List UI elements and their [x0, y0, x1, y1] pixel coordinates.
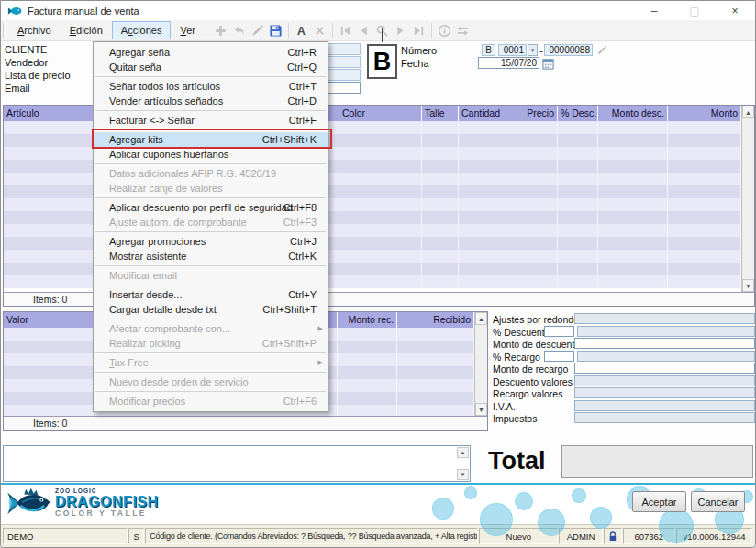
renumber-icon[interactable]: [595, 44, 608, 57]
menu-item-shortcut: Ctrl+R: [288, 47, 317, 58]
swap-icon[interactable]: [454, 22, 472, 39]
scroll-up-icon[interactable]: ▲: [475, 312, 487, 325]
menu-item-label: Agregar promociones: [109, 236, 206, 247]
impuestos-field: [574, 412, 755, 423]
menu-item-realizar-picking: Realizar pickingCtrl+Shift+P: [94, 336, 328, 351]
menu-separator: [95, 319, 326, 319]
menu-item-mostrar-asistente[interactable]: Mostrar asistenteCtrl+K: [94, 249, 328, 263]
grid1-header-monto-desc[interactable]: Monto desc.: [598, 106, 668, 121]
total-label: Total: [488, 447, 546, 475]
menu-item-realizar-canje-de-valores: Realizar canje de valores: [94, 181, 328, 196]
bold-a-icon[interactable]: A: [293, 22, 310, 39]
prev-record-icon[interactable]: [355, 22, 372, 39]
menu-item-senar-todos-los-articulos[interactable]: Señar todos los artículosCtrl+T: [94, 79, 328, 94]
menu-item-vender-articulos-senados[interactable]: Vender artículos señadosCtrl+D: [94, 94, 328, 108]
scroll-down-icon[interactable]: ▼: [457, 469, 469, 480]
numero-pos-field[interactable]: 0001: [498, 44, 527, 56]
menu-acciones[interactable]: Acciones: [112, 21, 172, 39]
menu-item-aplicar-cupones-huerfanos[interactable]: Aplicar cupones huérfanos: [94, 147, 328, 162]
menu-item-agregar-promociones[interactable]: Agregar promocionesCtrl+J: [94, 234, 328, 249]
menu-item-shortcut: Ctrl+K: [288, 251, 317, 262]
maximize-button[interactable]: ▢: [674, 1, 715, 20]
menu-item-shortcut: Ctrl+Shift+P: [262, 338, 317, 349]
scroll-down-icon[interactable]: ▼: [475, 403, 487, 416]
menu-separator: [95, 391, 326, 392]
monto-de-descuento-field[interactable]: [574, 338, 755, 349]
grid2-header-monto-rec[interactable]: Monto rec.: [338, 312, 397, 328]
label-vendedor: Vendedor: [5, 57, 48, 69]
calendar-icon[interactable]: [541, 57, 554, 70]
menu-separator: [95, 372, 326, 373]
menu-item-cargar-detalle-desde-txt[interactable]: Cargar detalle desde txtCtrl+Shift+T: [94, 302, 328, 317]
submenu-arrow-icon: ▶: [318, 325, 323, 332]
edit-icon[interactable]: [249, 22, 266, 39]
descuento-field[interactable]: [577, 326, 755, 337]
grid-footer: Items: 0: [4, 416, 487, 430]
menu-item-tax-free: Tax Free▶: [94, 355, 328, 370]
menu-item-label: Mostrar asistente: [109, 251, 186, 262]
grid1-header-cantidad[interactable]: Cantidad: [459, 106, 506, 121]
grid1-header-desc[interactable]: % Desc.: [558, 106, 598, 121]
next-record-icon[interactable]: [392, 22, 409, 39]
grid2-header-recibido[interactable]: Recibido: [397, 312, 474, 328]
menu-item-aplicar-descuento-por-perfil-de-seguridad[interactable]: Aplicar descuento por perfil de segurida…: [94, 200, 328, 215]
descuento-valores-field: [574, 375, 755, 386]
menu-edicion[interactable]: Edición: [61, 21, 112, 39]
menu-item-label: Ajuste autom. de comprobante: [109, 217, 247, 228]
first-record-icon[interactable]: [337, 22, 354, 39]
total-field: [561, 445, 753, 478]
label-ajustes-por-redondeo: Ajustes por redondeo: [493, 314, 584, 325]
numero-letter-field[interactable]: B: [482, 44, 495, 56]
scroll-down-icon[interactable]: ▼: [742, 279, 754, 292]
menu-item-agregar-sena[interactable]: Agregar señaCtrl+R: [94, 45, 328, 60]
recargo-input[interactable]: [544, 351, 574, 362]
menu-item-shortcut: Ctrl+F3: [284, 217, 317, 228]
last-record-icon[interactable]: [410, 22, 428, 39]
grid1-header-color[interactable]: Color: [339, 106, 422, 121]
label-recargo: % Recargo: [493, 352, 540, 363]
label-descuento-valores: Descuento valores: [493, 376, 573, 387]
vertical-scrollbar[interactable]: ▲▼: [741, 106, 754, 292]
cancelar-button[interactable]: Cancelar: [691, 491, 745, 512]
menu-separator: [95, 352, 326, 353]
toolbar-grip: [3, 23, 6, 38]
menu-separator: [95, 110, 326, 111]
numero-value-field[interactable]: 00000088: [544, 44, 593, 56]
scroll-up-icon[interactable]: ▲: [457, 447, 469, 458]
menu-item-shortcut: Ctrl+F: [289, 115, 317, 126]
aceptar-button[interactable]: Aceptar: [632, 491, 686, 512]
minimize-button[interactable]: –: [634, 1, 674, 20]
undo-icon[interactable]: [230, 22, 248, 39]
numero-label: Número: [401, 45, 437, 56]
menu-item-ajuste-autom-de-comprobante: Ajuste autom. de comprobanteCtrl+F3: [94, 215, 328, 229]
delete-icon[interactable]: [311, 22, 328, 39]
menu-item-label: Realizar canje de valores: [109, 183, 223, 194]
menu-archivo[interactable]: Archivo: [8, 21, 61, 39]
save-icon[interactable]: [267, 22, 284, 39]
add-icon[interactable]: [212, 22, 229, 39]
numero-pos-dropdown[interactable]: ▾: [528, 44, 538, 56]
grid1-header-monto[interactable]: Monto: [668, 106, 741, 121]
menu-item-quitar-sena[interactable]: Quitar señaCtrl+Q: [94, 60, 328, 74]
observations-field[interactable]: ▲ ▼: [3, 445, 471, 482]
app-fish-icon: [7, 6, 22, 17]
menu-item-insertar-desde[interactable]: Insertar desde...Ctrl+Y: [94, 287, 328, 302]
grid1-header-precio[interactable]: Precio: [506, 106, 558, 121]
close-button[interactable]: ×: [715, 1, 755, 20]
label-descuento: % Descuento: [493, 327, 550, 338]
menu-ver[interactable]: Ver: [171, 21, 205, 39]
label-recargo-valores: Recargo valores: [493, 388, 562, 399]
vertical-scrollbar[interactable]: ▲▼: [474, 312, 487, 416]
menu-item-shortcut: Ctrl+D: [288, 95, 317, 106]
menu-item-facturar-senar[interactable]: Facturar <-> SeñarCtrl+F: [94, 113, 328, 128]
menu-separator: [95, 285, 326, 285]
recargo-field[interactable]: [577, 351, 755, 362]
fish-logo-icon: [6, 486, 50, 520]
info-icon[interactable]: [436, 22, 453, 39]
descuento-input[interactable]: [544, 326, 574, 337]
grid1-header-talle[interactable]: Talle: [422, 106, 459, 121]
fecha-field[interactable]: 15/07/20: [478, 57, 539, 69]
monto-de-recargo-field[interactable]: [574, 363, 755, 374]
menu-item-shortcut: Ctrl+F6: [284, 396, 317, 407]
scroll-up-icon[interactable]: ▲: [742, 106, 754, 118]
